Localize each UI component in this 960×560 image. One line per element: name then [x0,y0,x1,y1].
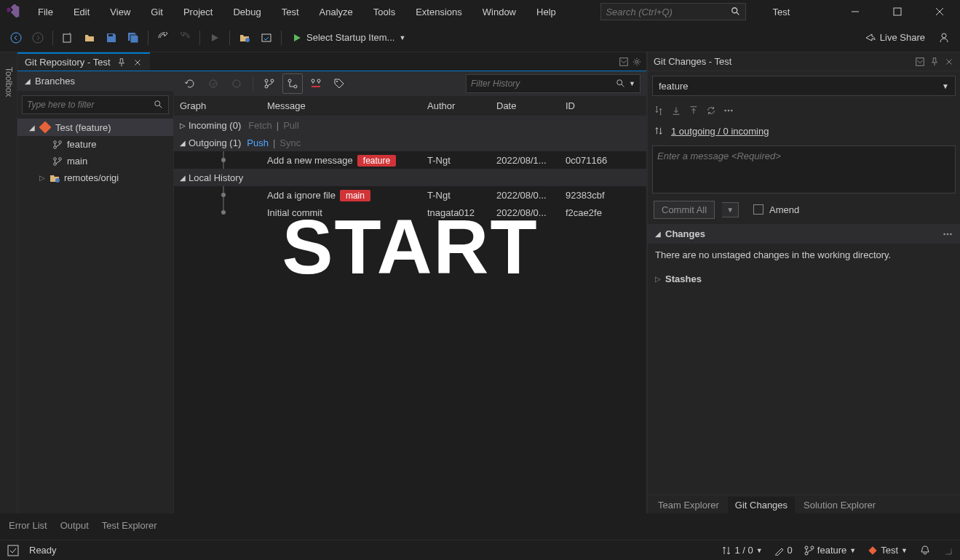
run-disabled-button[interactable] [205,28,225,48]
history-filter[interactable]: ▼ [466,74,640,93]
undo-button[interactable] [153,28,173,48]
refresh-button[interactable] [180,73,200,94]
save-all-button[interactable] [123,28,143,48]
live-share-button[interactable]: Live Share [857,28,932,48]
quick-search[interactable] [600,3,746,20]
menu-debug[interactable]: Debug [224,4,269,20]
commit-message-box[interactable] [652,145,956,193]
tab-git-changes[interactable]: Git Changes [728,497,795,513]
menu-tools[interactable]: Tools [365,4,404,20]
close-button[interactable] [925,1,954,23]
branches-header[interactable]: ◢ Branches [17,71,173,91]
changes-section-header[interactable]: ◢ Changes [648,224,960,244]
tab-solution-explorer[interactable]: Solution Explorer [796,497,883,513]
commit-all-button[interactable]: Commit All [654,201,715,219]
toolbox-tab[interactable]: Toolbox [0,52,17,513]
menu-window[interactable]: Window [474,4,525,20]
menu-file[interactable]: File [29,4,62,20]
amend-checkbox[interactable]: Amend [753,204,799,215]
branch-main[interactable]: main [17,153,173,169]
commit-message-input[interactable] [657,151,951,188]
more-icon[interactable] [943,229,953,239]
repo-status[interactable]: Test ▼ [868,545,908,556]
bell-icon[interactable] [919,545,931,556]
branch-selector[interactable]: feature ▼ [652,76,956,96]
fetch-icon[interactable] [654,105,664,116]
pull-icon[interactable] [671,105,681,116]
redo-button[interactable] [175,28,195,48]
nav-forward-button[interactable] [28,28,48,48]
chevron-down-icon[interactable]: ▼ [942,82,949,90]
svg-point-31 [265,85,268,88]
branch-filter-input[interactable] [27,100,154,110]
sync-icon[interactable] [706,105,716,116]
tab-output[interactable]: Output [60,520,89,534]
repo-root-item[interactable]: ◢ Test (feature) [17,119,173,136]
commit-row[interactable]: Add a ignore filemain T-Ngt 2022/08/0...… [174,186,646,204]
pin-icon[interactable] [116,57,127,68]
open-folder-button[interactable] [79,28,100,48]
col-graph[interactable]: Graph [180,100,267,111]
stashes-section-header[interactable]: ▷ Stashes [648,269,960,289]
menu-edit[interactable]: Edit [65,4,98,20]
branch-filter[interactable] [22,95,169,114]
col-id[interactable]: ID [566,100,640,111]
menu-project[interactable]: Project [175,4,221,20]
remotes-folder[interactable]: ▷ remotes/origi [17,169,173,186]
quick-search-input[interactable] [606,7,731,17]
menu-view[interactable]: View [101,4,139,20]
graph-mode-button[interactable] [282,73,303,94]
account-button[interactable] [934,28,954,48]
branch-status[interactable]: feature ▼ [804,545,856,556]
branch-icon-button[interactable] [259,73,279,94]
outgoing-incoming-link[interactable]: 1 outgoing / 0 incoming [671,126,769,137]
startup-item-dropdown[interactable]: Select Startup Item... ▼ [286,28,411,48]
svg-rect-63 [869,546,877,554]
menu-help[interactable]: Help [528,4,565,20]
push-icon[interactable] [689,105,699,116]
col-date[interactable]: Date [496,100,566,111]
commit-dropdown[interactable]: ▼ [722,202,739,217]
history-filter-input[interactable] [471,79,616,89]
new-item-button[interactable] [57,28,78,48]
open-recent-folder-button[interactable] [234,28,255,48]
col-author[interactable]: Author [427,100,496,111]
window-position-icon[interactable] [915,57,925,67]
checkout-button[interactable] [203,73,223,94]
window-position-icon[interactable] [619,57,629,67]
git-repository-tab[interactable]: Git Repository - Test [17,52,150,71]
push-link[interactable]: Push [247,137,269,148]
resize-grip-icon[interactable] [943,545,953,556]
tab-test-explorer[interactable]: Test Explorer [102,520,157,534]
minimize-button[interactable] [841,1,870,23]
browser-link-button[interactable] [256,28,277,48]
outgoing-section[interactable]: ◢ Outgoing (1) Push | Sync [174,134,646,151]
col-message[interactable]: Message [267,100,427,111]
tab-error-list[interactable]: Error List [9,520,47,534]
svg-point-30 [271,79,274,82]
tag-icon-button[interactable] [329,73,349,94]
filter-icon-button[interactable] [306,73,326,94]
branch-feature[interactable]: feature [17,136,173,153]
maximize-button[interactable] [883,1,912,23]
more-icon[interactable] [723,105,734,116]
menu-analyze[interactable]: Analyze [311,4,362,20]
sync-status[interactable]: 1 / 0 ▼ [721,545,762,556]
local-history-section[interactable]: ◢ Local History [174,169,646,186]
close-tab-icon[interactable] [132,57,143,68]
tab-team-explorer[interactable]: Team Explorer [651,497,726,513]
cherry-pick-button[interactable] [226,73,247,94]
menu-git[interactable]: Git [142,4,172,20]
save-button[interactable] [101,28,122,48]
nav-back-button[interactable] [6,28,26,48]
close-icon[interactable] [944,57,954,67]
commit-row[interactable]: Initial commit tnagata012 2022/08/0... f… [174,204,646,221]
svg-point-20 [54,140,57,143]
pin-icon[interactable] [929,57,940,67]
menu-extensions[interactable]: Extensions [407,4,471,20]
gear-icon[interactable] [632,57,642,67]
menu-test[interactable]: Test [273,4,308,20]
pending-edits-status[interactable]: 0 [774,545,793,556]
commit-row[interactable]: Add a new messagefeature T-Ngt 2022/08/1… [174,151,646,169]
incoming-section[interactable]: ▷ Incoming (0) Fetch | Pull [174,116,646,134]
